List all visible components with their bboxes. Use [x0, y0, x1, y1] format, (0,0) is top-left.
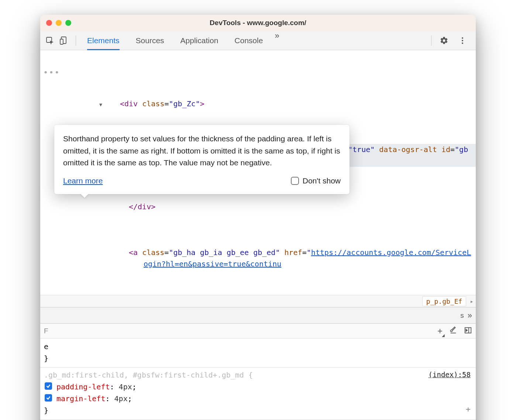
dom-node[interactable]: <a class="gb_ha gb_ia gb_ee gb_ed" href=…: [55, 247, 476, 270]
declaration-checkbox[interactable]: [45, 394, 52, 402]
devtools-window: DevTools - www.google.com/ Elements Sour…: [40, 15, 476, 420]
tooltip-text: Shorthand property to set values for the…: [63, 133, 341, 169]
svg-point-4: [462, 40, 463, 41]
rule-separator: [40, 367, 476, 368]
more-subtabs-icon[interactable]: »: [468, 311, 472, 320]
css-declaration[interactable]: padding-left: 4px;: [44, 381, 472, 393]
tab-application[interactable]: Application: [172, 31, 227, 50]
add-declaration-icon[interactable]: +: [466, 403, 471, 416]
rule-fragment: e: [44, 341, 472, 352]
gutter-ellipsis-icon: •••: [43, 66, 60, 79]
svg-point-5: [462, 42, 463, 44]
window-title: DevTools - www.google.com/: [40, 19, 476, 27]
device-toolbar-icon[interactable]: [59, 35, 69, 46]
rule-fragment: }: [44, 352, 472, 364]
styles-toolbar-icons: +◢: [437, 326, 472, 336]
style-rule[interactable]: e }: [44, 341, 472, 364]
svg-point-3: [462, 37, 463, 39]
style-rule[interactable]: (index):58 .gb_md:first-child, #gbsfw:fi…: [44, 369, 472, 416]
tab-elements[interactable]: Elements: [79, 31, 128, 50]
filter-input[interactable]: F: [44, 327, 48, 335]
inspect-element-icon[interactable]: [45, 35, 55, 46]
learn-more-link[interactable]: Learn more: [63, 175, 103, 187]
css-declaration[interactable]: margin-left: 4px;: [44, 393, 472, 404]
css-value[interactable]: 4px: [119, 382, 132, 391]
tab-console[interactable]: Console: [226, 31, 271, 50]
rule-selector[interactable]: .gb_md:first-child, #gbsfw:first-child+.…: [44, 369, 472, 381]
new-style-rule-icon[interactable]: +◢: [437, 326, 443, 336]
styles-filter-bar: F +◢: [40, 324, 476, 338]
styles-subtabs: s »: [40, 307, 476, 324]
titlebar: DevTools - www.google.com/: [40, 15, 476, 31]
css-value[interactable]: 4px: [114, 394, 128, 403]
css-property[interactable]: padding-left: [56, 382, 110, 391]
main-toolbar: Elements Sources Application Console »: [40, 31, 476, 50]
dont-show-label: Don't show: [303, 175, 341, 187]
declaration-checkbox[interactable]: [45, 382, 52, 390]
dont-show-checkbox[interactable]: [291, 177, 299, 185]
paint-brush-icon[interactable]: [449, 326, 457, 336]
subtab-item[interactable]: s: [457, 311, 468, 320]
property-docs-tooltip: Shorthand property to set values for the…: [54, 125, 350, 194]
toolbar-separator: [76, 35, 76, 46]
css-property[interactable]: margin-left: [56, 394, 105, 403]
dom-node[interactable]: </div>: [55, 201, 476, 213]
dom-node[interactable]: ▼<div class="gb_Zc">: [55, 98, 476, 110]
panel-tabs: Elements Sources Application Console »: [79, 31, 428, 50]
breadcrumb-item[interactable]: p_p.gb_Ef: [422, 296, 467, 306]
expand-toggle-icon[interactable]: ▼: [114, 101, 119, 109]
toolbar-right: [428, 35, 471, 46]
more-tabs-icon[interactable]: »: [271, 31, 283, 50]
tab-sources[interactable]: Sources: [128, 31, 172, 50]
dont-show-option[interactable]: Don't show: [291, 175, 341, 187]
toolbar-separator: [431, 35, 431, 46]
rule-close-brace: }: [44, 404, 472, 416]
svg-rect-2: [60, 39, 63, 44]
toggle-sidebar-icon[interactable]: [464, 326, 472, 336]
settings-gear-icon[interactable]: [439, 35, 449, 46]
styles-pane[interactable]: e } (index):58 .gb_md:first-child, #gbsf…: [40, 338, 476, 420]
breadcrumb-scroll-right-icon[interactable]: ▸: [470, 298, 474, 305]
breadcrumb-bar[interactable]: p_p.gb_Ef ▸: [40, 295, 476, 307]
rule-separator: [40, 419, 476, 420]
kebab-menu-icon[interactable]: [457, 35, 468, 46]
